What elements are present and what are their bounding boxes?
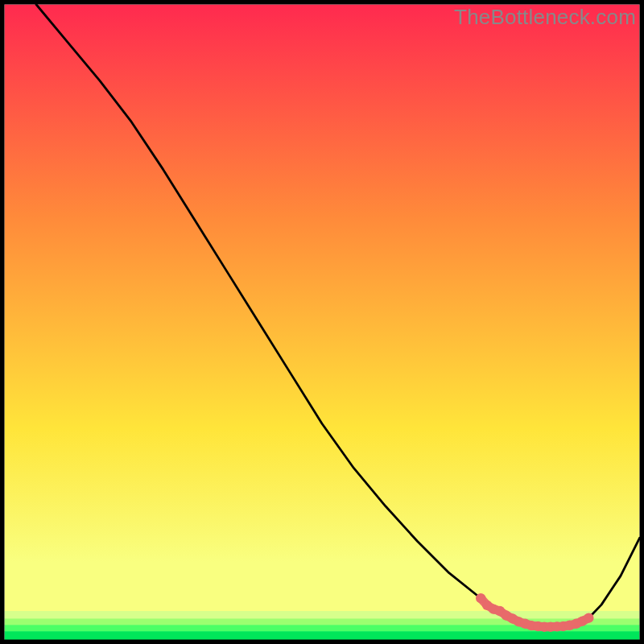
gradient-background [5,5,640,611]
optimal-band-dot [584,613,593,622]
bottom-band-3 [5,631,640,640]
watermark-text: TheBottleneck.com [454,5,636,30]
bottleneck-chart [0,0,644,644]
bottom-band-0 [5,611,640,619]
